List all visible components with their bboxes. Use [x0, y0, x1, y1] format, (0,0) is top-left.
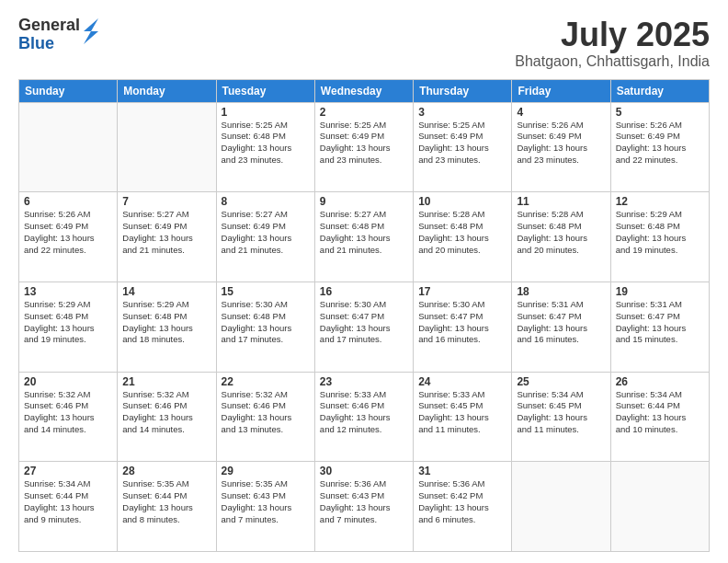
day-info: Sunrise: 5:30 AM Sunset: 6:47 PM Dayligh… — [418, 299, 506, 346]
day-info: Sunrise: 5:27 AM Sunset: 6:48 PM Dayligh… — [320, 209, 408, 256]
day-number: 5 — [616, 106, 704, 119]
table-row: 23Sunrise: 5:33 AM Sunset: 6:46 PM Dayli… — [314, 372, 413, 462]
logo-icon — [82, 18, 100, 44]
table-row: 8Sunrise: 5:27 AM Sunset: 6:49 PM Daylig… — [216, 192, 314, 282]
day-info: Sunrise: 5:36 AM Sunset: 6:43 PM Dayligh… — [320, 478, 408, 525]
day-number: 19 — [616, 285, 704, 298]
subtitle: Bhatgaon, Chhattisgarh, India — [515, 53, 710, 70]
day-number: 27 — [24, 465, 112, 477]
day-info: Sunrise: 5:29 AM Sunset: 6:48 PM Dayligh… — [24, 299, 112, 346]
day-info: Sunrise: 5:29 AM Sunset: 6:48 PM Dayligh… — [122, 299, 210, 346]
day-number: 11 — [517, 195, 605, 208]
calendar-body: 1Sunrise: 5:25 AM Sunset: 6:48 PM Daylig… — [19, 102, 710, 551]
table-row: 18Sunrise: 5:31 AM Sunset: 6:47 PM Dayli… — [512, 282, 610, 372]
day-number: 7 — [122, 195, 210, 208]
table-row: 31Sunrise: 5:36 AM Sunset: 6:42 PM Dayli… — [414, 462, 512, 552]
header-sunday: Sunday — [19, 79, 118, 102]
table-row: 19Sunrise: 5:31 AM Sunset: 6:47 PM Dayli… — [610, 282, 709, 372]
table-row: 2Sunrise: 5:25 AM Sunset: 6:49 PM Daylig… — [314, 102, 413, 192]
day-number: 29 — [222, 465, 310, 477]
calendar-week-row: 20Sunrise: 5:32 AM Sunset: 6:46 PM Dayli… — [19, 372, 710, 462]
day-info: Sunrise: 5:30 AM Sunset: 6:47 PM Dayligh… — [320, 299, 408, 346]
day-info: Sunrise: 5:34 AM Sunset: 6:44 PM Dayligh… — [24, 478, 112, 525]
day-number: 8 — [222, 195, 310, 208]
table-row: 24Sunrise: 5:33 AM Sunset: 6:45 PM Dayli… — [414, 372, 512, 462]
logo-blue: Blue — [18, 35, 80, 53]
day-info: Sunrise: 5:29 AM Sunset: 6:48 PM Dayligh… — [616, 209, 704, 256]
day-info: Sunrise: 5:28 AM Sunset: 6:48 PM Dayligh… — [517, 209, 605, 256]
day-info: Sunrise: 5:26 AM Sunset: 6:49 PM Dayligh… — [616, 120, 704, 167]
table-row: 25Sunrise: 5:34 AM Sunset: 6:45 PM Dayli… — [512, 372, 610, 462]
day-number: 28 — [122, 465, 210, 477]
page: General Blue July 2025 Bhatgaon, Chhatti… — [0, 0, 728, 563]
day-number: 25 — [517, 375, 605, 388]
day-info: Sunrise: 5:31 AM Sunset: 6:47 PM Dayligh… — [517, 299, 605, 346]
calendar-week-row: 6Sunrise: 5:26 AM Sunset: 6:49 PM Daylig… — [19, 192, 710, 282]
day-info: Sunrise: 5:34 AM Sunset: 6:44 PM Dayligh… — [616, 389, 704, 436]
day-info: Sunrise: 5:28 AM Sunset: 6:48 PM Dayligh… — [418, 209, 506, 256]
day-number: 31 — [418, 465, 506, 477]
table-row: 30Sunrise: 5:36 AM Sunset: 6:43 PM Dayli… — [314, 462, 413, 552]
table-row: 29Sunrise: 5:35 AM Sunset: 6:43 PM Dayli… — [216, 462, 314, 552]
day-number: 24 — [418, 375, 506, 388]
table-row: 22Sunrise: 5:32 AM Sunset: 6:46 PM Dayli… — [216, 372, 314, 462]
table-row — [118, 102, 216, 192]
title-block: July 2025 Bhatgaon, Chhattisgarh, India — [515, 17, 710, 70]
day-info: Sunrise: 5:25 AM Sunset: 6:49 PM Dayligh… — [320, 120, 408, 167]
calendar-week-row: 13Sunrise: 5:29 AM Sunset: 6:48 PM Dayli… — [19, 282, 710, 372]
day-number: 6 — [24, 195, 112, 208]
table-row: 9Sunrise: 5:27 AM Sunset: 6:48 PM Daylig… — [314, 192, 413, 282]
day-number: 18 — [517, 285, 605, 298]
day-info: Sunrise: 5:26 AM Sunset: 6:49 PM Dayligh… — [517, 120, 605, 167]
table-row: 26Sunrise: 5:34 AM Sunset: 6:44 PM Dayli… — [610, 372, 709, 462]
table-row — [19, 102, 118, 192]
day-info: Sunrise: 5:34 AM Sunset: 6:45 PM Dayligh… — [517, 389, 605, 436]
day-number: 26 — [616, 375, 704, 388]
day-number: 17 — [418, 285, 506, 298]
day-info: Sunrise: 5:36 AM Sunset: 6:42 PM Dayligh… — [418, 478, 506, 525]
day-number: 3 — [418, 106, 506, 119]
day-number: 4 — [517, 106, 605, 119]
logo-general: General — [18, 17, 80, 35]
table-row — [610, 462, 709, 552]
logo: General Blue — [18, 17, 100, 53]
header-friday: Friday — [512, 79, 610, 102]
month-title: July 2025 — [515, 17, 710, 53]
table-row: 1Sunrise: 5:25 AM Sunset: 6:48 PM Daylig… — [216, 102, 314, 192]
day-info: Sunrise: 5:32 AM Sunset: 6:46 PM Dayligh… — [122, 389, 210, 436]
day-number: 30 — [320, 465, 408, 477]
table-row: 15Sunrise: 5:30 AM Sunset: 6:48 PM Dayli… — [216, 282, 314, 372]
table-row: 20Sunrise: 5:32 AM Sunset: 6:46 PM Dayli… — [19, 372, 118, 462]
table-row: 12Sunrise: 5:29 AM Sunset: 6:48 PM Dayli… — [610, 192, 709, 282]
day-info: Sunrise: 5:27 AM Sunset: 6:49 PM Dayligh… — [222, 209, 310, 256]
day-info: Sunrise: 5:33 AM Sunset: 6:46 PM Dayligh… — [320, 389, 408, 436]
day-number: 14 — [122, 285, 210, 298]
svg-marker-0 — [84, 18, 98, 44]
table-row — [512, 462, 610, 552]
calendar-week-row: 27Sunrise: 5:34 AM Sunset: 6:44 PM Dayli… — [19, 462, 710, 552]
table-row: 11Sunrise: 5:28 AM Sunset: 6:48 PM Dayli… — [512, 192, 610, 282]
header-monday: Monday — [118, 79, 216, 102]
table-row: 14Sunrise: 5:29 AM Sunset: 6:48 PM Dayli… — [118, 282, 216, 372]
day-info: Sunrise: 5:33 AM Sunset: 6:45 PM Dayligh… — [418, 389, 506, 436]
header-tuesday: Tuesday — [216, 79, 314, 102]
table-row: 21Sunrise: 5:32 AM Sunset: 6:46 PM Dayli… — [118, 372, 216, 462]
header-thursday: Thursday — [414, 79, 512, 102]
day-number: 16 — [320, 285, 408, 298]
day-info: Sunrise: 5:35 AM Sunset: 6:44 PM Dayligh… — [122, 478, 210, 525]
day-info: Sunrise: 5:32 AM Sunset: 6:46 PM Dayligh… — [222, 389, 310, 436]
table-row: 6Sunrise: 5:26 AM Sunset: 6:49 PM Daylig… — [19, 192, 118, 282]
day-number: 9 — [320, 195, 408, 208]
table-row: 4Sunrise: 5:26 AM Sunset: 6:49 PM Daylig… — [512, 102, 610, 192]
day-info: Sunrise: 5:35 AM Sunset: 6:43 PM Dayligh… — [222, 478, 310, 525]
table-row: 16Sunrise: 5:30 AM Sunset: 6:47 PM Dayli… — [314, 282, 413, 372]
day-info: Sunrise: 5:25 AM Sunset: 6:49 PM Dayligh… — [418, 120, 506, 167]
table-row: 13Sunrise: 5:29 AM Sunset: 6:48 PM Dayli… — [19, 282, 118, 372]
header: General Blue July 2025 Bhatgaon, Chhatti… — [18, 17, 710, 70]
calendar-week-row: 1Sunrise: 5:25 AM Sunset: 6:48 PM Daylig… — [19, 102, 710, 192]
day-number: 15 — [222, 285, 310, 298]
day-number: 23 — [320, 375, 408, 388]
day-info: Sunrise: 5:31 AM Sunset: 6:47 PM Dayligh… — [616, 299, 704, 346]
calendar-header: Sunday Monday Tuesday Wednesday Thursday… — [19, 79, 710, 102]
logo-text: General Blue — [18, 17, 80, 53]
